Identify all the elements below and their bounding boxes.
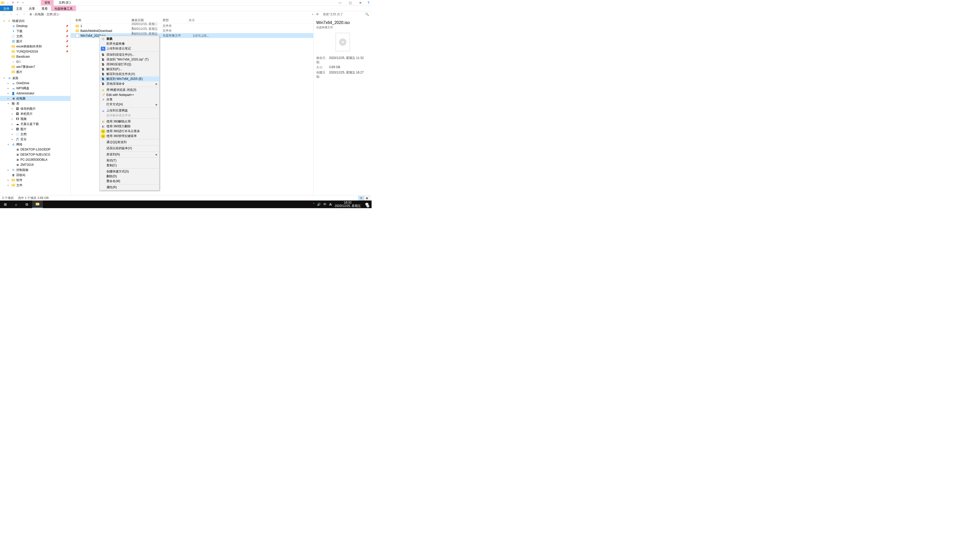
- view-icons-button[interactable]: ▦: [364, 196, 369, 200]
- ctx-restore[interactable]: 还原以前的版本(V): [100, 146, 159, 151]
- ctx-mount[interactable]: 💿装载: [100, 37, 159, 41]
- file-row[interactable]: 12020/12/15, 星期二 1...文件夹: [71, 24, 313, 28]
- tree-yunqishi[interactable]: YUNQISHI2019📌: [0, 49, 70, 54]
- ctx-burn[interactable]: 刻录光盘映像: [100, 41, 159, 46]
- qat-undo-icon[interactable]: ↶: [16, 1, 20, 5]
- search-input[interactable]: [322, 12, 363, 17]
- qat-dropdown-icon[interactable]: ▾: [21, 1, 25, 5]
- ctx-360-scan[interactable]: ●使用 360进行木马云查杀: [100, 129, 159, 134]
- ctx-360-delete[interactable]: ◧使用 360强力删除: [100, 124, 159, 129]
- ctx-open-with[interactable]: 打开方式(H)▶: [100, 102, 159, 107]
- ctx-cut[interactable]: 剪切(T): [100, 158, 159, 163]
- tree-videos[interactable]: ▸🎞视频: [0, 116, 70, 121]
- ctx-extract-here[interactable]: 🗜解压到当前文件夹(X): [100, 72, 159, 76]
- ctx-extract-named[interactable]: 🗜解压到 Win7x64_2020\ (E): [100, 76, 159, 81]
- ctx-copy[interactable]: 复制(C): [100, 163, 159, 168]
- help-button[interactable]: ?: [366, 0, 372, 6]
- back-button[interactable]: ←: [2, 12, 6, 17]
- tree-desktop-root[interactable]: ▾🖥桌面: [0, 76, 70, 81]
- tree-thispc[interactable]: ▸🖥此电脑: [0, 96, 70, 101]
- tree-pc3[interactable]: 🖥PC-20190530OBLA: [0, 157, 70, 162]
- tab-disc-tools[interactable]: 光盘映像工具: [51, 6, 76, 11]
- ctx-honey-browser[interactable]: ◆用 蜂蜜浏览器 浏览(3): [100, 87, 159, 92]
- ctx-shortcut[interactable]: 创建快捷方式(S): [100, 169, 159, 174]
- nav-tree[interactable]: ▾★快速访问 🖥Desktop📌 ⬇下载📌 📄文档📌 🖼图片📌 excel表格制…: [0, 17, 71, 195]
- ctx-notepad[interactable]: 📝Edit with Notepad++: [100, 92, 159, 97]
- up-button[interactable]: ↑: [21, 12, 27, 17]
- chevron-right-icon[interactable]: ›: [59, 13, 60, 16]
- contextual-tab-manage[interactable]: 管理: [41, 0, 54, 5]
- breadcrumb-pc[interactable]: 此电脑: [35, 12, 44, 17]
- tree-wps[interactable]: ▸☁WPS网盘: [0, 86, 70, 91]
- tree-library[interactable]: ▾📚库: [0, 101, 70, 106]
- col-name[interactable]: 名称: [75, 18, 131, 22]
- tree-quick-access[interactable]: ▾★快速访问: [0, 18, 70, 24]
- tree-pc1[interactable]: 🖥DESKTOP-LSSOEDP: [0, 147, 70, 152]
- recent-dropdown[interactable]: ▾: [15, 12, 20, 17]
- tree-desktop[interactable]: 🖥Desktop📌: [0, 24, 70, 29]
- refresh-button[interactable]: ⟳: [315, 13, 320, 16]
- ctx-properties[interactable]: 属性(R): [100, 185, 159, 190]
- tree-bandicam[interactable]: Bandicam: [0, 54, 70, 59]
- tree-recycle[interactable]: 🗑回收站: [0, 172, 70, 178]
- tree-onedrive[interactable]: ▸☁OneDrive: [0, 81, 70, 86]
- chevron-right-icon[interactable]: ›: [33, 13, 34, 16]
- tab-view[interactable]: 查看: [38, 6, 51, 11]
- tree-lib-music[interactable]: ▸🎵音乐: [0, 137, 70, 142]
- view-details-button[interactable]: ☰: [358, 196, 364, 200]
- tree-excel[interactable]: excel表格制作求和📌: [0, 44, 70, 49]
- volume-icon[interactable]: 🔊: [317, 203, 321, 206]
- search-icon[interactable]: 🔍: [364, 13, 370, 16]
- tree-saved-pics[interactable]: ▸🖼保存的图片: [0, 106, 70, 111]
- ctx-open-360zip[interactable]: 🗜用360压缩打开(Q): [100, 62, 159, 67]
- ctx-delete[interactable]: 删除(D): [100, 174, 159, 179]
- ctx-add-zip[interactable]: 🗜添加到压缩文件(A)...: [100, 52, 159, 57]
- tree-pics2[interactable]: 图片: [0, 69, 70, 75]
- close-button[interactable]: ✕: [355, 0, 366, 6]
- qat-delete-icon[interactable]: ✕: [11, 1, 15, 5]
- ctx-other-zip[interactable]: 🗜其他压缩命令▶: [100, 81, 159, 86]
- tree-documents[interactable]: 📄文档📌: [0, 34, 70, 39]
- minimize-button[interactable]: —: [335, 0, 345, 6]
- tray-overflow-icon[interactable]: ˄: [313, 203, 314, 206]
- tab-home[interactable]: 主页: [13, 6, 25, 11]
- qat-properties-icon[interactable]: ▫: [6, 1, 10, 5]
- ctx-360-unlock[interactable]: ◧使用 360解除占用: [100, 119, 159, 124]
- clock[interactable]: 16:32 2020/12/25, 星期五: [334, 201, 361, 208]
- tree-lib-pics[interactable]: ▸🖼图片: [0, 127, 70, 132]
- ctx-extract-to[interactable]: 🗜解压到(F)...: [100, 67, 159, 72]
- ctx-rename[interactable]: 重命名(M): [100, 179, 159, 184]
- breadcrumb-path[interactable]: 文档 (E:): [46, 12, 59, 17]
- column-headers[interactable]: 名称 修改日期 类型 大小: [71, 17, 313, 24]
- ctx-baidu-upload[interactable]: ☁上传到百度网盘: [100, 108, 159, 113]
- tree-tianyi[interactable]: ▸☁天翼云盘下载: [0, 121, 70, 127]
- network-icon[interactable]: 🖧: [329, 203, 332, 206]
- forward-button[interactable]: →: [8, 12, 13, 17]
- tree-downloads[interactable]: ⬇下载📌: [0, 29, 70, 34]
- tree-ctrlpanel[interactable]: ▸⚙控制面板: [0, 167, 70, 172]
- tree-software[interactable]: ▸软件: [0, 178, 70, 183]
- chevron-right-icon[interactable]: ›: [45, 13, 46, 16]
- maximize-button[interactable]: ▢: [345, 0, 355, 6]
- tree-pictures[interactable]: 🖼图片📌: [0, 39, 70, 44]
- tree-files[interactable]: ▸文件: [0, 183, 70, 188]
- tree-local-pics[interactable]: ▸🖼本机照片: [0, 111, 70, 116]
- start-button[interactable]: ⊞: [0, 200, 11, 208]
- ime-indicator[interactable]: 中: [323, 202, 326, 206]
- search-button[interactable]: ⌕: [11, 200, 21, 208]
- ctx-youdao[interactable]: ✎上传到有道云笔记: [100, 46, 159, 51]
- explorer-taskbar-button[interactable]: [32, 200, 43, 208]
- breadcrumb-dropdown-icon[interactable]: ▾: [312, 13, 313, 16]
- ctx-send-to[interactable]: 发送到(N)▶: [100, 152, 159, 157]
- file-row[interactable]: BaiduNetdiskDownload2020/12/25, 星期五 1...…: [71, 28, 313, 33]
- ctx-360-manage[interactable]: ●使用 360管理右键菜单: [100, 134, 159, 138]
- tree-network[interactable]: ▾🖧网络: [0, 142, 70, 147]
- tree-pc2[interactable]: 🖥DESKTOP-NJEU3CG: [0, 152, 70, 157]
- ctx-qq-send[interactable]: 通过QQ发送到: [100, 140, 159, 144]
- tab-share[interactable]: 共享: [25, 6, 38, 11]
- tree-gdrive[interactable]: ▪G:\: [0, 59, 70, 64]
- ctx-share[interactable]: ↗共享: [100, 97, 159, 102]
- task-view-button[interactable]: ⧉: [21, 200, 32, 208]
- breadcrumb[interactable]: 🖥 › 此电脑 › 文档 (E:) ›: [28, 12, 310, 17]
- tree-win7[interactable]: win7重装win7: [0, 64, 70, 69]
